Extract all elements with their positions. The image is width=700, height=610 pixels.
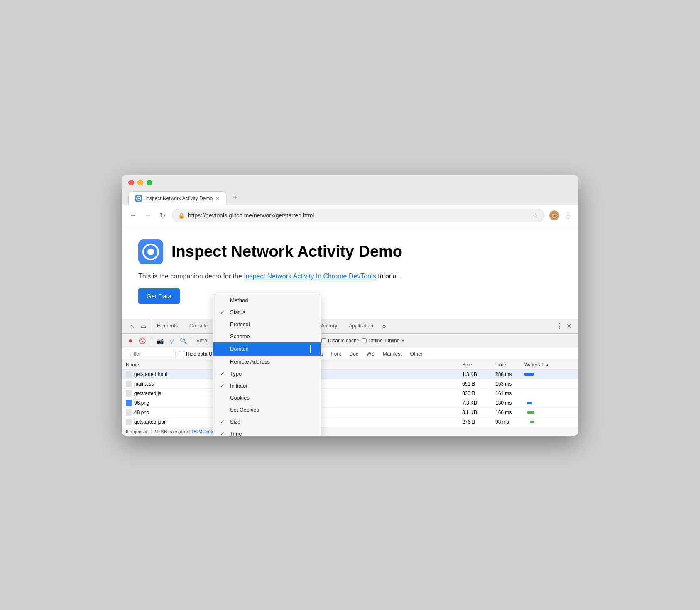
cm-domain[interactable]: Domain [213,342,321,356]
row-filename: getstarted.js [134,390,161,396]
browser-tabs: Inspect Network Activity Demo × + [128,190,572,205]
more-tabs-button[interactable]: » [379,319,389,333]
url-bar[interactable]: 🔒 https://devtools.glitch.me/network/get… [172,209,544,222]
row-size: 330 B [462,390,495,396]
page-content: Inspect Network Activity Demo This is th… [122,226,578,319]
get-data-button[interactable]: Get Data [138,288,180,304]
table-row[interactable]: getstarted.json d.js:4 276 B 98 ms [122,417,578,427]
row-time: 130 ms [495,400,524,406]
cursor-icon[interactable]: ↖ [128,322,137,330]
hide-data-urls-checkbox[interactable] [179,351,184,356]
row-time: 98 ms [495,419,524,425]
cm-cookies[interactable]: Cookies [213,392,321,404]
disable-cache-toggle[interactable]: Disable cache [321,338,359,344]
cm-label-method: Method [230,297,314,303]
devtools-options-button[interactable]: ⋮ [556,322,563,330]
table-row[interactable]: getstarted.html 1.3 KB 288 ms [122,370,578,379]
tab-application[interactable]: Application [343,320,379,333]
back-button[interactable]: ← [128,210,138,221]
filter-button[interactable]: ▽ [167,336,176,345]
network-toolbar: ● 🚫 📷 ▽ 🔍 View: ≡ ⊞ Group by frame Prese… [122,334,578,348]
file-icon [126,419,132,425]
cm-label-status: Status [230,309,314,315]
browser-menu-button[interactable]: ⋮ [564,211,572,220]
file-icon [126,371,132,378]
clear-button[interactable]: 🚫 [137,336,147,345]
cm-set-cookies[interactable]: Set Cookies [213,404,321,416]
table-row[interactable]: main.css d.html 691 B 153 ms [122,379,578,389]
devtools-link[interactable]: Inspect Network Activity In Chrome DevTo… [244,273,376,280]
table-row[interactable]: 96.png d.html 7.3 KB 130 ms [122,398,578,408]
close-traffic-light[interactable] [128,180,134,185]
tab-console[interactable]: Console [184,320,213,333]
new-tab-button[interactable]: + [228,190,242,205]
cm-type[interactable]: ✓ Type [213,368,321,380]
title-bar: Inspect Network Activity Demo × + [122,175,578,205]
filter-other[interactable]: Other [408,350,425,358]
offline-checkbox[interactable] [362,338,367,343]
cm-label-time: Time [230,431,314,436]
tab-close-button[interactable]: × [216,195,219,202]
forward-button[interactable]: → [143,210,153,221]
row-filename: main.css [134,381,154,387]
cm-time[interactable]: ✓ Time [213,428,321,436]
row-filename: getstarted.html [134,371,167,377]
table-row[interactable]: getstarted.js d.html 330 B 161 ms [122,389,578,398]
cm-label-protocol: Protocol [230,321,314,327]
cm-protocol[interactable]: Protocol [213,318,321,330]
row-filename: 48.png [134,410,149,415]
tab-favicon [135,195,142,202]
reload-button[interactable]: ↻ [158,210,167,221]
row-waterfall [524,372,574,376]
active-tab[interactable]: Inspect Network Activity Demo × [128,191,226,205]
filter-manifest[interactable]: Manifest [380,350,404,358]
search-button[interactable]: 🔍 [179,336,188,345]
minimize-traffic-light[interactable] [137,180,143,185]
col-name[interactable]: Name [126,362,217,368]
cm-method[interactable]: Method [213,294,321,306]
row-size: 1.3 KB [462,371,495,377]
offline-toggle[interactable]: Offline [362,338,382,344]
page-description: This is the companion demo for the Inspe… [138,273,562,280]
filter-input[interactable] [126,350,176,358]
filter-doc[interactable]: Doc [347,350,361,358]
file-icon [126,390,132,397]
tab-elements[interactable]: Elements [151,320,184,333]
cm-check-time: ✓ [220,431,227,436]
row-waterfall [524,420,574,424]
cm-check-size: ✓ [220,419,227,425]
cm-status[interactable]: ✓ Status [213,306,321,318]
row-size: 276 B [462,419,495,425]
table-row[interactable]: 48.png 3.1 KB 166 ms [122,408,578,417]
cm-initiator[interactable]: ✓ Initiator [213,380,321,392]
disable-cache-checkbox[interactable] [321,338,326,343]
cm-size[interactable]: ✓ Size [213,416,321,428]
record-button[interactable]: ● [126,336,135,345]
bookmark-icon[interactable]: ☆ [532,212,538,220]
toolbar-divider-1 [151,337,151,344]
profile-avatar[interactable]: 🐵 [549,210,559,220]
filter-bar: Hide data URLs All XHR JS CSS Img Media … [122,348,578,360]
status-bar: 6 requests | 12.9 KB transferre | DOMCon… [122,427,578,436]
filter-font[interactable]: Font [329,350,344,358]
device-icon[interactable]: ▭ [139,322,147,330]
cm-label-size: Size [230,419,314,425]
col-waterfall[interactable]: Waterfall ▲ [524,362,574,368]
screenshot-button[interactable]: 📷 [155,336,164,345]
col-time[interactable]: Time [495,362,524,368]
row-filename: 96.png [134,400,149,406]
online-label: Online [385,338,400,344]
page-title: Inspect Network Activity Demo [171,243,402,261]
filter-ws[interactable]: WS [364,350,377,358]
svg-point-1 [138,198,140,199]
maximize-traffic-light[interactable] [147,180,152,185]
devtools-close-button[interactable]: ✕ [566,322,572,330]
cm-label-scheme: Scheme [230,333,314,339]
cm-check-status: ✓ [220,309,227,315]
devtools-actions: ⋮ ✕ [553,322,575,330]
row-waterfall [524,382,574,386]
cm-scheme[interactable]: Scheme [213,330,321,342]
cm-remote-address[interactable]: Remote Address [213,356,321,368]
throttle-dropdown-arrow[interactable]: ▾ [402,338,404,343]
col-size[interactable]: Size [462,362,495,368]
